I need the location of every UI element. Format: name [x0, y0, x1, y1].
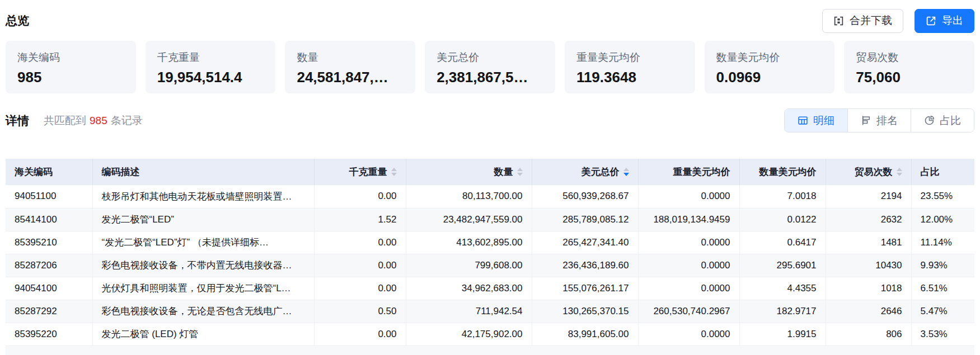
ranking-icon — [861, 115, 871, 126]
cell-trade-count: 2194 — [826, 185, 911, 208]
cell-kg-weight: 0.00 — [314, 231, 406, 254]
table-header-row: 海关编码 编码描述 千克重量 数量 美元总价 重量美元均价 数量美元均价 贸易次… — [6, 159, 974, 185]
stat-cards: 海关编码 985 千克重量 19,954,514.4 数量 24,581,847… — [6, 41, 974, 93]
cell-usd-per-kg: 188,019,134.9459 — [638, 208, 739, 231]
cell-quantity: 34,962,683.00 — [406, 277, 532, 300]
cell-usd-per-kg: 0.0000 — [638, 277, 739, 300]
table-row[interactable]: 85287292 彩色电视接收设备，无论是否包含无线电广… 0.50 711,9… — [6, 300, 974, 323]
col-header-hs-code: 海关编码 — [6, 159, 92, 185]
cell-hs-code: 85287206 — [6, 254, 92, 277]
cell-share: 6.51% — [911, 277, 974, 300]
topbar: 总览 合并下载 导出 — [6, 8, 974, 34]
stat-card-value: 0.0969 — [716, 69, 823, 86]
cell-usd-per-qty: 182.9717 — [739, 300, 826, 323]
detail-bar: 详情 共匹配到985条记录 明细 排名 — [6, 108, 974, 132]
tab-detail-label: 明细 — [813, 113, 834, 128]
cell-share: 3.53% — [911, 323, 974, 345]
stat-card-value: 19,954,514.4 — [157, 69, 264, 86]
col-header-usd-per-kg: 重量美元均价 — [638, 159, 739, 185]
export-icon — [926, 16, 936, 26]
stat-card-value: 24,581,847,… — [297, 69, 404, 86]
stat-card-label: 千克重量 — [157, 50, 264, 65]
cell-usd-total: 560,939,268.67 — [532, 185, 638, 208]
sort-carets-icon[interactable] — [897, 168, 902, 176]
table-row[interactable]: 85414100 发光二极管“LED” 1.52 23,482,947,559.… — [6, 208, 974, 231]
merge-cells-icon — [833, 16, 844, 26]
cell-usd-total: 130,265,370.15 — [532, 300, 638, 323]
details-table: 海关编码 编码描述 千克重量 数量 美元总价 重量美元均价 数量美元均价 贸易次… — [6, 159, 974, 346]
match-prefix: 共匹配到 — [44, 115, 86, 126]
cell-description: 发光二极管“LED” — [92, 208, 314, 231]
cell-hs-code: 85287292 — [6, 300, 92, 323]
cell-kg-weight: 0.00 — [314, 185, 406, 208]
stat-card-value: 2,381,867,5… — [437, 69, 543, 86]
col-header-usd-total[interactable]: 美元总价 — [532, 159, 638, 185]
sort-carets-icon[interactable] — [517, 168, 523, 176]
table-icon — [798, 115, 808, 126]
stat-card-value: 985 — [17, 69, 124, 86]
cell-quantity: 711,942.54 — [406, 300, 532, 323]
cell-hs-code: 94054100 — [6, 277, 92, 300]
pie-chart-icon — [924, 115, 935, 126]
cell-usd-per-kg: 0.0000 — [638, 185, 739, 208]
cell-trade-count: 806 — [826, 323, 911, 345]
cell-usd-per-qty: 0.6417 — [739, 231, 826, 254]
table-row[interactable]: 85287206 彩色电视接收设备，不带内置无线电接收器… 0.00 799,6… — [6, 254, 974, 277]
cell-kg-weight: 0.00 — [314, 254, 406, 277]
export-label: 导出 — [942, 13, 963, 28]
col-header-kg-weight[interactable]: 千克重量 — [314, 159, 406, 185]
tab-detail[interactable]: 明细 — [785, 109, 847, 132]
cell-hs-code: 85395220 — [6, 323, 92, 345]
sort-carets-icon[interactable] — [391, 168, 397, 176]
cell-usd-per-qty: 4.4355 — [739, 277, 826, 300]
cell-kg-weight: 0.50 — [314, 300, 406, 323]
table-row[interactable]: 85395220 发光二极管 (LED) 灯管 0.00 42,175,902.… — [6, 323, 974, 345]
match-count-text: 共匹配到985条记录 — [44, 113, 143, 128]
cell-trade-count: 10430 — [826, 254, 911, 277]
tab-share-label: 占比 — [940, 113, 961, 128]
merge-download-button[interactable]: 合并下载 — [822, 9, 903, 33]
cell-usd-total: 236,436,189.60 — [532, 254, 638, 277]
col-header-trade-count[interactable]: 贸易次数 — [826, 159, 911, 185]
cell-hs-code: 85414100 — [6, 208, 92, 231]
cell-description: 彩色电视接收设备，无论是否包含无线电广… — [92, 300, 314, 323]
table-row[interactable]: 85395210 “发光二极管“LED”灯” （未提供详细标… 0.00 413… — [6, 231, 974, 254]
tab-ranking[interactable]: 排名 — [847, 109, 911, 132]
cell-share: 11.14% — [911, 231, 974, 254]
cell-usd-per-kg: 0.0000 — [638, 254, 739, 277]
table-row[interactable]: 94054100 光伏灯具和照明装置，仅用于发光二极管“L… 0.00 34,9… — [6, 277, 974, 300]
cell-kg-weight: 0.00 — [314, 277, 406, 300]
stat-card-label: 数量美元均价 — [716, 50, 823, 65]
cell-usd-per-qty: 1.9915 — [739, 323, 826, 345]
sort-carets-icon-active-desc[interactable] — [623, 168, 629, 176]
stat-card-label: 贸易次数 — [856, 50, 963, 65]
export-button[interactable]: 导出 — [915, 9, 974, 33]
col-header-usd-per-qty: 数量美元均价 — [739, 159, 826, 185]
stat-card-value: 75,060 — [856, 69, 963, 86]
stat-card: 重量美元均价 119.3648 — [565, 41, 695, 93]
tab-share[interactable]: 占比 — [911, 109, 974, 132]
cell-usd-per-qty: 0.0122 — [739, 208, 826, 231]
cell-usd-per-kg: 0.0000 — [638, 231, 739, 254]
cell-description: 彩色电视接收设备，不带内置无线电接收器… — [92, 254, 314, 277]
cell-usd-per-kg: 0.0000 — [638, 323, 739, 345]
cell-trade-count: 1018 — [826, 277, 911, 300]
stat-card: 贸易次数 75,060 — [844, 41, 974, 93]
col-header-quantity[interactable]: 数量 — [406, 159, 532, 185]
cell-trade-count: 2632 — [826, 208, 911, 231]
cell-quantity: 42,175,902.00 — [406, 323, 532, 345]
cell-usd-per-kg: 260,530,740.2967 — [638, 300, 739, 323]
table-row[interactable]: 94051100 枝形吊灯和其他电动天花板或墙壁照明装置… 0.00 80,11… — [6, 185, 974, 208]
stat-card-label: 数量 — [297, 50, 404, 65]
cell-description: 光伏灯具和照明装置，仅用于发光二极管“L… — [92, 277, 314, 300]
stat-card: 数量美元均价 0.0969 — [705, 41, 835, 93]
detail-title: 详情 — [6, 113, 29, 129]
cell-usd-total: 83,991,605.00 — [532, 323, 638, 345]
stat-card: 美元总价 2,381,867,5… — [425, 41, 555, 93]
cell-trade-count: 1481 — [826, 231, 911, 254]
cell-usd-per-qty: 7.0018 — [739, 185, 826, 208]
cell-trade-count: 2646 — [826, 300, 911, 323]
match-count: 985 — [90, 115, 107, 126]
merge-download-label: 合并下载 — [850, 13, 892, 28]
cell-kg-weight: 1.52 — [314, 208, 406, 231]
